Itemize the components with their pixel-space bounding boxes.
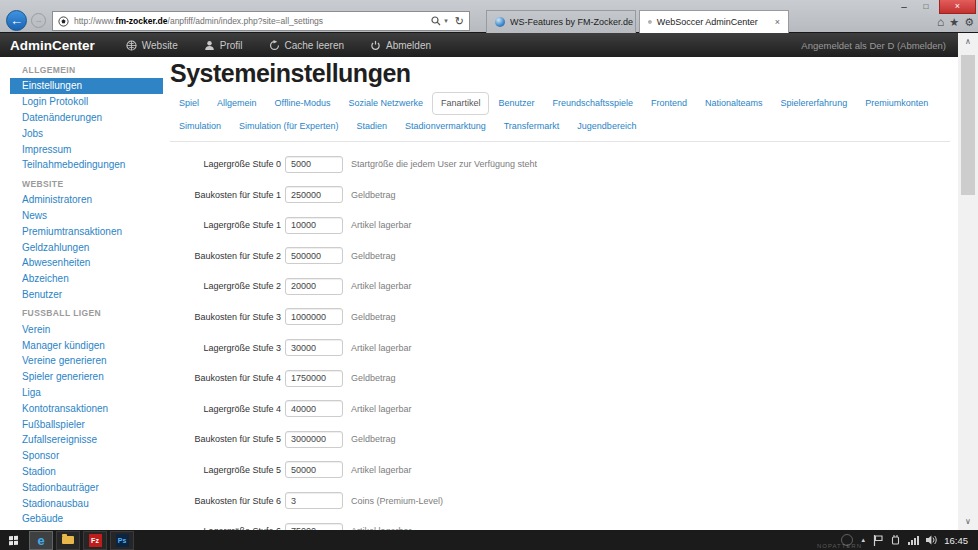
sidebar-item[interactable]: Gebäude: [0, 511, 163, 527]
favorites-star-icon[interactable]: ★: [949, 15, 959, 29]
sidebar-item[interactable]: Einstellungen: [10, 78, 163, 94]
network-signal-icon[interactable]: [908, 536, 919, 545]
sidebar-item[interactable]: Kontotransaktionen: [0, 400, 163, 416]
sidebar-item[interactable]: Login Protokoll: [0, 94, 163, 110]
settings-tab[interactable]: Stadien: [348, 115, 397, 138]
search-icon[interactable]: [431, 16, 441, 26]
settings-tab[interactable]: Benutzer: [489, 92, 543, 115]
settings-tab[interactable]: Simulation (für Experten): [230, 115, 348, 138]
form-field-input[interactable]: [285, 186, 343, 203]
settings-tab[interactable]: Allgemein: [208, 92, 266, 115]
form-field-input[interactable]: [285, 217, 343, 234]
sidebar-item[interactable]: Benutzer: [0, 287, 163, 303]
sidebar-item[interactable]: Zufallsereignisse: [0, 432, 163, 448]
settings-tab[interactable]: Spielererfahrung: [772, 92, 857, 115]
settings-tab[interactable]: Stadionvermarktung: [396, 115, 495, 138]
sidebar-item[interactable]: Manager kündigen: [0, 337, 163, 353]
form-field-input[interactable]: [285, 523, 343, 530]
browser-forward-button[interactable]: →: [31, 13, 46, 28]
sidebar-item[interactable]: Stadionausbau: [0, 495, 163, 511]
home-icon[interactable]: ⌂: [937, 15, 944, 29]
search-dropdown-caret-icon[interactable]: ▾: [444, 17, 448, 25]
scrollbar-thumb[interactable]: [961, 55, 975, 195]
settings-tab[interactable]: Transfermarkt: [495, 115, 569, 138]
navbar-item-cache-leeren[interactable]: Cache leeren: [256, 33, 357, 57]
scrollbar-down-arrow-icon[interactable]: ∨: [958, 513, 978, 530]
form-field-label: Baukosten für Stufe 2: [170, 251, 281, 261]
start-button[interactable]: [0, 530, 26, 550]
sidebar-item[interactable]: Spieler generieren: [0, 369, 163, 385]
form-field-input[interactable]: [285, 339, 343, 356]
taskbar-explorer-button[interactable]: [56, 531, 80, 550]
form-field-input[interactable]: [285, 492, 343, 509]
sidebar-item[interactable]: Sponsor: [0, 448, 163, 464]
site-favicon-soccer-icon: [58, 16, 69, 27]
volume-speaker-icon[interactable]: [926, 535, 937, 545]
form-field-input[interactable]: [285, 400, 343, 417]
settings-tab[interactable]: Offline-Modus: [266, 92, 340, 115]
settings-tab[interactable]: Soziale Netzwerke: [339, 92, 432, 115]
sidebar-item[interactable]: Verein: [0, 321, 163, 337]
sidebar-item[interactable]: Abzeichen: [0, 271, 163, 287]
admincenter-brand[interactable]: AdminCenter: [0, 38, 113, 53]
browser-tab-inactive[interactable]: WS-Features by FM-Zocker.de: [486, 10, 636, 33]
address-bar[interactable]: http://www.fm-zocker.de/anpfiff/admin/in…: [52, 11, 470, 31]
form-field-input[interactable]: [285, 431, 343, 448]
sidebar-item[interactable]: News: [0, 208, 163, 224]
sidebar-item[interactable]: Stadionbauträger: [0, 479, 163, 495]
taskbar: e Fz Ps ▲: [0, 530, 978, 550]
form-field-input[interactable]: [285, 461, 343, 478]
sidebar-item[interactable]: Premiumtransaktionen: [0, 223, 163, 239]
settings-tab[interactable]: Jugendbereich: [568, 115, 645, 138]
page-refresh-icon[interactable]: ↻: [455, 15, 464, 28]
settings-tab[interactable]: Frontend: [642, 92, 696, 115]
settings-tab[interactable]: Fanartikel: [432, 92, 490, 115]
form-field-input[interactable]: [285, 247, 343, 264]
sidebar-item[interactable]: Jobs: [0, 125, 163, 141]
form-field-input[interactable]: [285, 308, 343, 325]
sidebar-item[interactable]: Geldzahlungen: [0, 239, 163, 255]
sidebar-item[interactable]: Stadion: [0, 464, 163, 480]
session-status[interactable]: Angemeldet als Der D (Abmelden): [801, 40, 958, 51]
sidebar-item[interactable]: Liga: [0, 385, 163, 401]
refresh-icon: [269, 40, 280, 51]
settings-tab[interactable]: Nationalteams: [696, 92, 772, 115]
sidebar-item[interactable]: Impressum: [0, 141, 163, 157]
form-row: Baukosten für Stufe 4 Geldbetrag: [170, 369, 958, 387]
settings-tab[interactable]: Simulation: [170, 115, 230, 138]
action-center-flag-icon[interactable]: [873, 535, 883, 546]
form-field-label: Lagergröße Stufe 4: [170, 404, 281, 414]
sidebar-item[interactable]: Datenänderungen: [0, 110, 163, 126]
taskbar-clock[interactable]: 16:45: [944, 535, 968, 546]
taskbar-filezilla-button[interactable]: Fz: [83, 531, 107, 550]
window-close-button[interactable]: ×: [939, 0, 976, 14]
browser-tab-active[interactable]: WebSoccer AdminCenter ×: [639, 10, 789, 33]
sidebar-item[interactable]: Abwesenheiten: [0, 255, 163, 271]
taskbar-ie-button[interactable]: e: [29, 531, 53, 550]
form-field-input[interactable]: [285, 278, 343, 295]
form-row: Baukosten für Stufe 5 Geldbetrag: [170, 430, 958, 448]
tab-close-icon[interactable]: ×: [775, 17, 780, 27]
sidebar-item[interactable]: Administratoren: [0, 192, 163, 208]
power-plug-icon[interactable]: [890, 535, 901, 545]
window-minimize-button[interactable]: –: [894, 0, 914, 14]
sidebar-item[interactable]: Teilnahmebedingungen: [0, 157, 163, 173]
sidebar-item[interactable]: Vereine generieren: [0, 353, 163, 369]
navbar-item-abmelden[interactable]: Abmelden: [357, 33, 444, 57]
scrollbar-up-arrow-icon[interactable]: ∧: [958, 33, 978, 50]
taskbar-photoshop-button[interactable]: Ps: [110, 531, 134, 550]
settings-gear-icon[interactable]: ⚙: [964, 15, 974, 29]
form-field-help-text: Geldbetrag: [351, 373, 396, 383]
settings-tab[interactable]: Freundschaftsspiele: [543, 92, 642, 115]
browser-back-button[interactable]: ←: [6, 10, 27, 31]
sidebar-item[interactable]: Fußballspieler: [0, 416, 163, 432]
window-maximize-button[interactable]: □: [916, 0, 936, 14]
settings-tab[interactable]: Premiumkonten: [856, 92, 937, 115]
navbar-item-profil[interactable]: Profil: [191, 33, 256, 57]
navbar-item-website[interactable]: Website: [113, 33, 191, 57]
settings-tab[interactable]: Spiel: [170, 92, 208, 115]
form-field-input[interactable]: [285, 156, 343, 173]
page-scrollbar[interactable]: ∧ ∨: [958, 33, 978, 530]
sidebar-section-list: Administratoren News Premiumtransaktione…: [0, 192, 163, 303]
form-field-input[interactable]: [285, 370, 343, 387]
